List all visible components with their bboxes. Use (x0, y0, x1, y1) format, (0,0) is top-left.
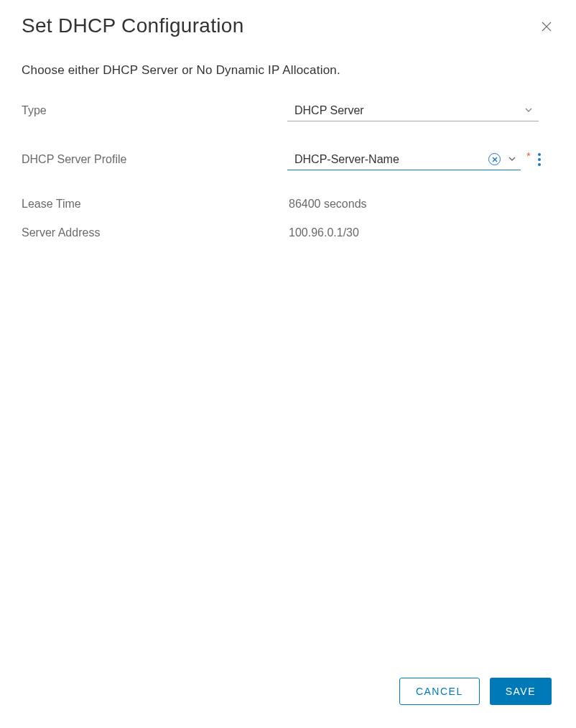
chevron-down-icon (508, 153, 516, 166)
profile-select-value: DHCP-Server-Name (294, 153, 488, 166)
required-indicator: * (526, 149, 531, 162)
kebab-menu-icon[interactable] (535, 152, 544, 167)
lease-row: Lease Time 86400 seconds (22, 193, 554, 216)
cancel-button[interactable]: CANCEL (399, 678, 480, 705)
dialog-header: Set DHCP Configuration (22, 14, 554, 37)
chevron-down-icon (524, 104, 533, 117)
profile-label: DHCP Server Profile (22, 153, 287, 166)
type-row: Type DHCP Server (22, 99, 554, 122)
dhcp-config-dialog: Set DHCP Configuration Choose either DHC… (0, 0, 576, 728)
dialog-title: Set DHCP Configuration (22, 14, 244, 37)
type-select-value: DHCP Server (294, 104, 364, 117)
profile-row: DHCP Server Profile DHCP-Server-Name * (22, 148, 554, 171)
type-select[interactable]: DHCP Server (287, 101, 539, 121)
dialog-description: Choose either DHCP Server or No Dynamic … (22, 63, 554, 78)
lease-label: Lease Time (22, 198, 287, 211)
save-button[interactable]: SAVE (490, 678, 552, 705)
address-row: Server Address 100.96.0.1/30 (22, 221, 554, 244)
address-value: 100.96.0.1/30 (287, 226, 359, 239)
type-label: Type (22, 104, 287, 117)
profile-select[interactable]: DHCP-Server-Name (287, 149, 521, 170)
close-icon[interactable] (542, 14, 554, 35)
address-label: Server Address (22, 226, 287, 239)
lease-value: 86400 seconds (287, 198, 367, 211)
clear-icon[interactable] (488, 153, 501, 165)
dialog-footer: CANCEL SAVE (22, 678, 554, 714)
